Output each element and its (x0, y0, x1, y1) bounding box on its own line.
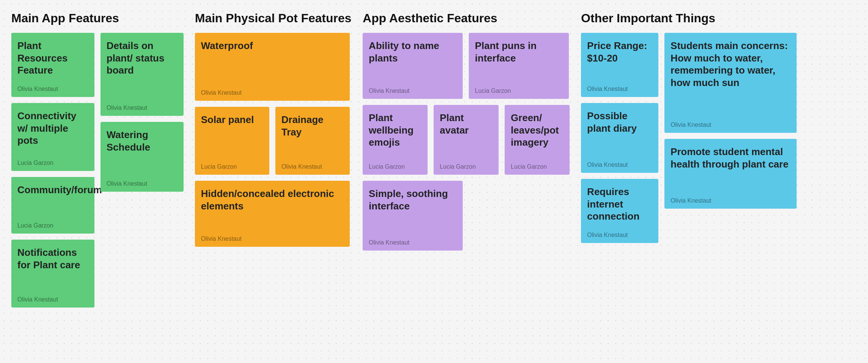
card-author: Lucia Garzon (511, 163, 564, 170)
card-community[interactable]: Community/forum Lucia Garzon (11, 177, 94, 234)
card-author: Olivia Knestaut (587, 232, 652, 238)
card-waterproof[interactable]: Waterproof Olivia Knestaut (195, 33, 350, 101)
card-hidden-electronics[interactable]: Hidden/concealed electronic elements Oli… (195, 181, 350, 247)
card-text: Connectivity w/ multiple pots (17, 110, 88, 156)
card-details-status[interactable]: Details on plant/ status board Olivia Kn… (100, 33, 184, 116)
card-author: Olivia Knestaut (17, 296, 88, 303)
card-author: Lucia Garzon (17, 160, 88, 166)
card-author: Lucia Garzon (17, 222, 88, 229)
card-text: Waterproof (201, 40, 344, 86)
column-physical: Main Physical Pot Features Waterproof Ol… (195, 11, 351, 247)
card-text: Requires internet connection (587, 186, 652, 228)
card-plant-resources[interactable]: Plant Resources Feature Olivia Knestaut (11, 33, 94, 97)
card-plant-wellbeing[interactable]: Plant wellbeing emojis Lucia Garzon (363, 105, 428, 175)
card-text: Watering Schedule (107, 129, 178, 177)
card-solar-panel[interactable]: Solar panel Lucia Garzon (195, 107, 269, 175)
board: Main App Features Plant Resources Featur… (8, 8, 860, 311)
card-watering-schedule[interactable]: Watering Schedule Olivia Knestaut (100, 122, 184, 192)
column-title-aesthetic: App Aesthetic Features (363, 11, 570, 25)
card-author: Olivia Knestaut (201, 235, 344, 242)
card-author: Lucia Garzon (201, 163, 263, 170)
card-green-leaves[interactable]: Green/ leaves/pot imagery Lucia Garzon (505, 105, 570, 175)
card-text: Drainage Tray (281, 114, 344, 160)
card-author: Lucia Garzon (475, 88, 563, 94)
card-requires-internet[interactable]: Requires internet connection Olivia Knes… (581, 179, 658, 243)
card-text: Simple, soothing interface (369, 188, 457, 235)
card-text: Possible plant diary (587, 110, 652, 158)
card-text: Plant puns in interface (475, 40, 563, 84)
column-other: Other Important Things Price Range: $10-… (581, 11, 797, 243)
card-author: Lucia Garzon (440, 163, 493, 170)
card-plant-puns[interactable]: Plant puns in interface Lucia Garzon (469, 33, 569, 99)
card-text: Students main concerns: How much to wate… (670, 40, 791, 118)
card-ability-name-plants[interactable]: Ability to name plants Olivia Knestaut (363, 33, 463, 99)
card-text: Plant Resources Feature (17, 40, 88, 82)
card-author: Olivia Knestaut (670, 197, 791, 204)
card-author: Olivia Knestaut (281, 163, 344, 170)
card-text: Ability to name plants (369, 40, 457, 84)
card-author: Olivia Knestaut (369, 239, 457, 246)
card-text: Plant wellbeing emojis (369, 112, 422, 160)
card-author: Olivia Knestaut (670, 122, 791, 128)
card-author: Olivia Knestaut (17, 86, 88, 92)
card-author: Olivia Knestaut (107, 105, 178, 111)
card-students-concerns[interactable]: Students main concerns: How much to wate… (664, 33, 797, 133)
card-author: Olivia Knestaut (369, 88, 457, 94)
column-title-other: Other Important Things (581, 11, 797, 25)
card-notifications[interactable]: Notifications for Plant care Olivia Knes… (11, 240, 94, 308)
column-main-app: Main App Features Plant Resources Featur… (11, 11, 184, 308)
card-text: Hidden/concealed electronic elements (201, 188, 344, 232)
card-possible-diary[interactable]: Possible plant diary Olivia Knestaut (581, 103, 658, 173)
card-simple-interface[interactable]: Simple, soothing interface Olivia Knesta… (363, 181, 463, 251)
card-text: Notifications for Plant care (17, 246, 88, 292)
card-text: Community/forum (17, 184, 88, 218)
card-drainage-tray[interactable]: Drainage Tray Olivia Knestaut (275, 107, 350, 175)
card-price-range[interactable]: Price Range: $10-20 Olivia Knestaut (581, 33, 658, 97)
card-text: Details on plant/ status board (107, 40, 178, 101)
card-author: Olivia Knestaut (201, 89, 344, 96)
card-author: Olivia Knestaut (587, 86, 652, 92)
card-text: Solar panel (201, 114, 263, 160)
card-author: Olivia Knestaut (107, 180, 178, 187)
card-promote-mental-health[interactable]: Promote student mental health through pl… (664, 139, 797, 209)
card-connectivity[interactable]: Connectivity w/ multiple pots Lucia Garz… (11, 103, 94, 171)
card-text: Promote student mental health through pl… (670, 146, 791, 194)
card-text: Green/ leaves/pot imagery (511, 112, 564, 160)
column-title-physical: Main Physical Pot Features (195, 11, 351, 25)
card-plant-avatar[interactable]: Plant avatar Lucia Garzon (434, 105, 499, 175)
column-aesthetic: App Aesthetic Features Ability to name p… (363, 11, 570, 251)
card-text: Plant avatar (440, 112, 493, 160)
card-author: Lucia Garzon (369, 163, 422, 170)
column-title-main-app: Main App Features (11, 11, 184, 25)
card-text: Price Range: $10-20 (587, 40, 652, 82)
card-author: Olivia Knestaut (587, 162, 652, 168)
